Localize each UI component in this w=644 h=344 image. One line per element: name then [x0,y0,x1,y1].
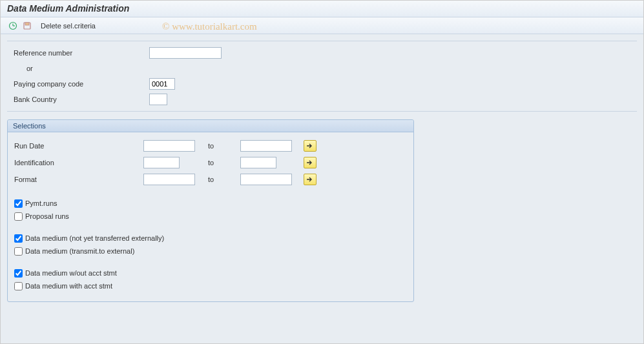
run-date-row: Run Date to [14,137,407,154]
save-variant-icon[interactable] [21,20,33,32]
identification-from-input[interactable] [143,157,180,168]
page-title: Data Medium Administration [7,3,129,14]
reference-number-input[interactable] [149,47,222,59]
dm-not-transferred-checkbox[interactable] [14,234,23,243]
identification-to-input[interactable] [240,157,276,168]
multiple-selection-icon[interactable] [304,174,317,185]
format-to-input[interactable] [240,174,292,185]
selections-body: Run Date to Identification to [8,132,413,301]
dm-without-stmt-row: Data medium w/out acct stmt [14,267,407,279]
multiple-selection-icon[interactable] [304,157,317,168]
dm-not-transferred-row: Data medium (not yet transferred externa… [14,232,407,245]
format-from-input[interactable] [143,174,195,185]
pymt-runs-label: Pymt.runs [25,199,57,207]
dm-with-stmt-label: Data medium with acct stmt [25,282,112,290]
run-date-label: Run Date [14,142,143,150]
top-block: Reference number or Paying company code … [7,41,637,112]
pymt-runs-row: Pymt.runs [14,197,407,210]
selections-title: Selections [8,120,413,132]
multiple-selection-icon[interactable] [304,140,317,152]
dm-transmit-checkbox[interactable] [14,247,23,256]
identification-row: Identification to [14,154,407,171]
toolbar: Delete sel.criteria [1,17,643,34]
reference-number-label: Reference number [14,49,149,57]
paying-company-code-input[interactable] [149,78,175,90]
bank-country-label: Bank Country [14,96,149,103]
execute-icon[interactable] [7,20,19,32]
pymt-runs-checkbox[interactable] [14,199,23,208]
dm-with-stmt-row: Data medium with acct stmt [14,279,407,292]
proposal-runs-row: Proposal runs [14,210,407,223]
dm-transmit-label: Data medium (transmit.to external) [25,247,134,255]
run-date-to-input[interactable] [240,140,292,152]
identification-label: Identification [14,159,143,167]
run-date-from-input[interactable] [143,140,195,152]
svg-rect-4 [25,23,29,25]
proposal-runs-checkbox[interactable] [14,212,23,221]
to-label: to [208,176,234,183]
header-bar: Data Medium Administration [1,1,643,17]
format-label: Format [14,176,143,183]
dm-with-stmt-checkbox[interactable] [14,282,23,290]
dm-not-transferred-label: Data medium (not yet transferred externa… [25,234,164,242]
paying-company-code-label: Paying company code [14,80,149,88]
proposal-runs-label: Proposal runs [25,212,69,220]
to-label: to [208,159,234,167]
selections-group: Selections Run Date to Identification to [7,119,414,302]
dm-without-stmt-checkbox[interactable] [14,269,23,278]
delete-sel-criteria-link[interactable]: Delete sel.criteria [38,21,98,31]
or-label: or [14,65,149,72]
bank-country-input[interactable] [149,94,167,105]
dm-without-stmt-label: Data medium w/out acct stmt [25,269,117,277]
content-area: Reference number or Paying company code … [1,34,643,343]
dm-transmit-row: Data medium (transmit.to external) [14,245,407,258]
to-label: to [208,142,234,150]
format-row: Format to [14,171,407,188]
